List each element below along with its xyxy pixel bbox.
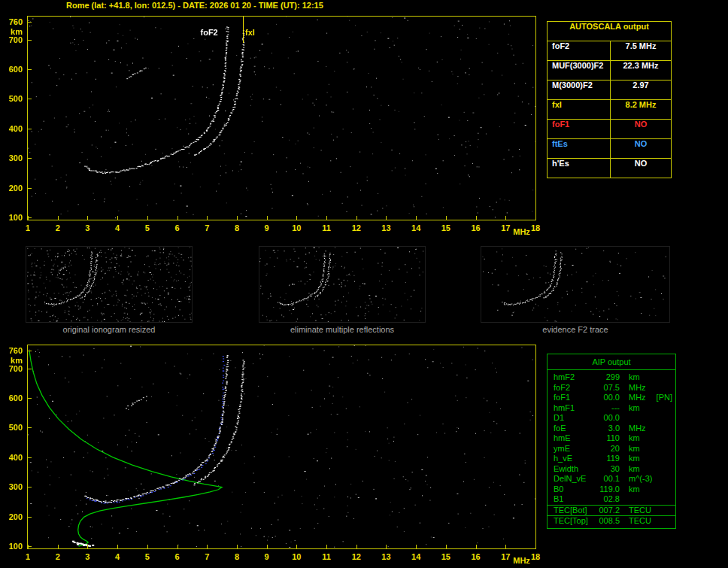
autoscala-param-value: 2.97 — [611, 80, 671, 99]
aip-param-value: 07.5 — [594, 383, 620, 393]
y-axis-tick-label: 400 — [2, 124, 23, 133]
x-axis-tick-label: 12 — [347, 223, 366, 232]
aip-row-deln-ve: DelN_vE00.1m^(-3) — [548, 474, 675, 484]
aip-param-label: foE — [554, 424, 594, 434]
aip-param-unit: TECU — [629, 516, 651, 527]
aip-table-title: AIP output — [548, 354, 675, 370]
thumbnail-caption: evidence F2 trace — [481, 325, 669, 334]
aip-param-unit: km — [629, 403, 640, 414]
x-axis-tick-label: 13 — [377, 552, 395, 561]
aip-param-value: 008.5 — [594, 516, 620, 527]
x-axis-tick-label: 2 — [49, 223, 67, 232]
aip-param-value: 00.0 — [594, 413, 620, 424]
aip-param-label: foF1 — [554, 393, 594, 403]
x-axis-tick-label: 13 — [377, 223, 395, 232]
x-axis-tick-label: 7 — [198, 552, 216, 561]
y-axis-tick-label: 100 — [2, 542, 23, 551]
thumbnail-evidence-f2-trace: evidence F2 trace — [481, 247, 669, 337]
y-axis-tick-label: 500 — [2, 423, 23, 432]
x-axis-tick-label: 3 — [78, 223, 96, 232]
aip-row-yme: ymE20km — [548, 444, 675, 454]
aip-param-label: D1 — [554, 413, 594, 424]
x-axis-tick-label: 8 — [228, 552, 246, 561]
autoscala-row-m-3000-f2: M(3000)F22.97 — [548, 80, 671, 99]
aip-output-table: AIP output hmF2299kmfoF207.5MHzfoF100.0M… — [547, 354, 676, 529]
y-axis-tick-label: 400 — [2, 453, 23, 462]
aip-param-label: B0 — [554, 484, 594, 495]
autoscala-row-muf-3000-f2: MUF(3000)F222.3 MHz — [548, 60, 671, 80]
x-axis-tick-label: 6 — [168, 552, 187, 561]
aip-param-value: 110 — [594, 433, 620, 444]
x-axis-tick-label: 17 — [496, 552, 514, 561]
aip-param-label: foF2 — [554, 383, 594, 393]
aip-row-h-ve: h_vE119km — [548, 454, 675, 464]
y-axis-tick-label: 760 — [2, 17, 23, 26]
x-axis-tick-label: 11 — [317, 552, 335, 561]
km-axis-unit-label: km — [2, 27, 23, 36]
aip-param-value: --- — [594, 403, 620, 414]
aip-row-b1: B102.8 — [548, 494, 675, 505]
aip-param-value: 007.2 — [594, 506, 620, 516]
aip-param-value: 3.0 — [594, 424, 620, 434]
y-axis-tick-label: 600 — [2, 65, 23, 74]
autoscala-row-ftes: ftEsNO — [548, 138, 671, 158]
autoscala-row-fof1: foF1NO — [548, 119, 671, 138]
x-axis-tick-label: 16 — [467, 552, 485, 561]
x-axis-tick-label: 1 — [19, 552, 37, 561]
x-axis-tick-label: 9 — [258, 223, 276, 232]
x-axis-tick-label: 4 — [108, 223, 126, 232]
aip-param-label: hmF2 — [554, 372, 594, 383]
autoscala-row-fxi: fxI8.2 MHz — [548, 99, 671, 119]
y-axis-tick-label: 600 — [2, 393, 23, 402]
aip-param-value: 119 — [594, 454, 620, 464]
x-axis-tick-label: 5 — [138, 223, 156, 232]
y-axis-tick-label: 100 — [2, 213, 23, 222]
aip-param-value: 00.0 — [594, 393, 620, 403]
autoscala-param-label: ftEs — [548, 139, 611, 158]
aip-param-unit: TECU — [629, 506, 651, 516]
x-axis-tick-label: 11 — [317, 223, 335, 232]
y-axis-tick-label: 200 — [2, 184, 23, 193]
aip-param-note: [PN] — [657, 393, 672, 403]
aip-param-label: hmE — [554, 433, 594, 444]
aip-param-value: 299 — [594, 372, 620, 383]
x-axis-tick-label: 4 — [108, 552, 126, 561]
aip-param-label: DelN_vE — [554, 474, 594, 484]
aip-row-fof1: foF100.0MHz[PN] — [548, 393, 675, 403]
aip-param-unit: MHz — [629, 393, 646, 403]
autoscala-param-value: 22.3 MHz — [611, 61, 671, 80]
x-axis-tick-label: 6 — [168, 223, 187, 232]
autoscala-output-table: AUTOSCALA output foF27.5 MHzMUF(3000)F22… — [547, 21, 672, 178]
aip-param-value: 20 — [594, 444, 620, 454]
thumbnail-3-canvas — [481, 247, 669, 322]
y-axis-tick-label: 700 — [2, 35, 23, 44]
autoscala-param-label: foF1 — [548, 120, 611, 138]
aip-table-rows: hmF2299kmfoF207.5MHzfoF100.0MHz[PN]hmF1-… — [548, 372, 675, 527]
y-axis-tick-label: 300 — [2, 153, 23, 163]
autoscala-row-fof2: foF27.5 MHz — [548, 41, 671, 60]
autoscala-param-label: fxI — [548, 100, 611, 119]
aip-param-value: 00.1 — [594, 474, 620, 484]
autoscala-param-label: foF2 — [548, 41, 611, 60]
aip-row-tec-bot: TEC[Bot]007.2TECU — [548, 505, 675, 516]
autoscala-table-rows: foF27.5 MHzMUF(3000)F222.3 MHzM(3000)F22… — [548, 41, 671, 178]
aip-param-label: TEC[Top] — [554, 516, 594, 527]
aip-row-foe: foE3.0MHz — [548, 424, 675, 434]
aip-param-label: h_vE — [554, 454, 594, 464]
autoscala-param-value: NO — [611, 159, 671, 178]
thumbnail-1-canvas — [26, 247, 192, 322]
y-axis-tick-label: 200 — [2, 512, 23, 521]
station-date-time-title: Rome (lat: +41.8, lon: 012.5) - DATE: 20… — [66, 1, 323, 10]
autoscala-param-value: 8.2 MHz — [611, 100, 671, 119]
y-axis-tick-label: 300 — [2, 482, 23, 491]
mhz-axis-unit-label: MHz — [513, 556, 530, 565]
autoscala-param-label: h'Es — [548, 159, 611, 178]
x-axis-tick-label: 9 — [258, 552, 276, 561]
thumbnail-caption: original ionogram resized — [26, 325, 192, 334]
y-axis-tick-label: 700 — [2, 364, 23, 373]
aip-row-ewidth: Ewidth30km — [548, 464, 675, 475]
aip-param-unit: MHz — [629, 383, 646, 393]
autoscala-param-value: NO — [611, 139, 671, 158]
aip-row-fof2: foF207.5MHz — [548, 383, 675, 393]
x-axis-tick-label: 8 — [228, 223, 246, 232]
